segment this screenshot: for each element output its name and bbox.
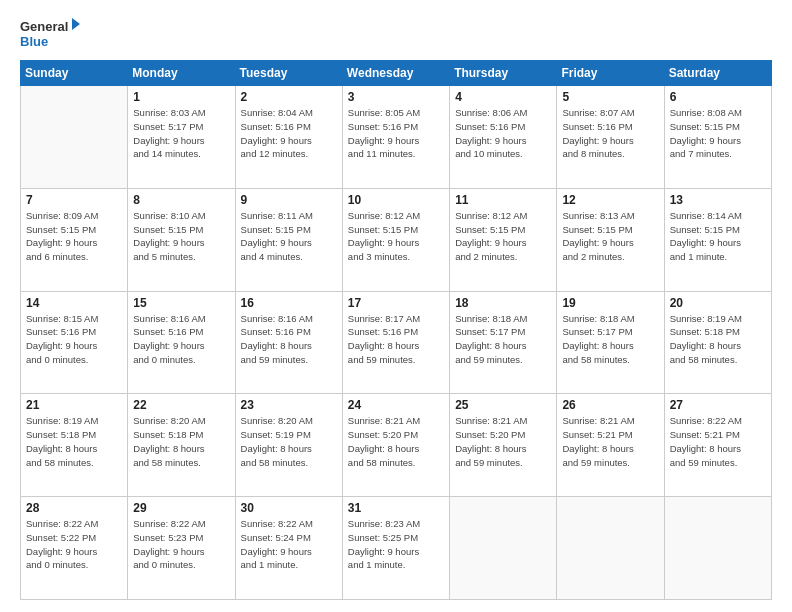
header-friday: Friday — [557, 61, 664, 86]
day-info: Sunrise: 8:19 AMSunset: 5:18 PMDaylight:… — [670, 312, 766, 367]
day-number: 22 — [133, 398, 229, 412]
week-row-2: 14Sunrise: 8:15 AMSunset: 5:16 PMDayligh… — [21, 291, 772, 394]
day-number: 12 — [562, 193, 658, 207]
day-cell: 24Sunrise: 8:21 AMSunset: 5:20 PMDayligh… — [342, 394, 449, 497]
day-info: Sunrise: 8:16 AMSunset: 5:16 PMDaylight:… — [133, 312, 229, 367]
day-info: Sunrise: 8:22 AMSunset: 5:22 PMDaylight:… — [26, 517, 122, 572]
svg-text:Blue: Blue — [20, 34, 48, 49]
calendar-table: SundayMondayTuesdayWednesdayThursdayFrid… — [20, 60, 772, 600]
day-cell: 12Sunrise: 8:13 AMSunset: 5:15 PMDayligh… — [557, 188, 664, 291]
day-cell: 2Sunrise: 8:04 AMSunset: 5:16 PMDaylight… — [235, 86, 342, 189]
day-cell: 6Sunrise: 8:08 AMSunset: 5:15 PMDaylight… — [664, 86, 771, 189]
day-cell: 26Sunrise: 8:21 AMSunset: 5:21 PMDayligh… — [557, 394, 664, 497]
svg-text:General: General — [20, 19, 68, 34]
day-number: 16 — [241, 296, 337, 310]
day-number: 30 — [241, 501, 337, 515]
day-cell: 17Sunrise: 8:17 AMSunset: 5:16 PMDayligh… — [342, 291, 449, 394]
day-number: 1 — [133, 90, 229, 104]
day-cell: 27Sunrise: 8:22 AMSunset: 5:21 PMDayligh… — [664, 394, 771, 497]
day-cell — [450, 497, 557, 600]
header-wednesday: Wednesday — [342, 61, 449, 86]
day-number: 23 — [241, 398, 337, 412]
day-cell: 31Sunrise: 8:23 AMSunset: 5:25 PMDayligh… — [342, 497, 449, 600]
week-row-3: 21Sunrise: 8:19 AMSunset: 5:18 PMDayligh… — [21, 394, 772, 497]
day-number: 31 — [348, 501, 444, 515]
day-number: 13 — [670, 193, 766, 207]
logo: General Blue — [20, 16, 80, 52]
day-info: Sunrise: 8:21 AMSunset: 5:21 PMDaylight:… — [562, 414, 658, 469]
day-info: Sunrise: 8:16 AMSunset: 5:16 PMDaylight:… — [241, 312, 337, 367]
day-cell: 7Sunrise: 8:09 AMSunset: 5:15 PMDaylight… — [21, 188, 128, 291]
day-cell: 9Sunrise: 8:11 AMSunset: 5:15 PMDaylight… — [235, 188, 342, 291]
day-number: 2 — [241, 90, 337, 104]
day-info: Sunrise: 8:18 AMSunset: 5:17 PMDaylight:… — [562, 312, 658, 367]
day-cell: 1Sunrise: 8:03 AMSunset: 5:17 PMDaylight… — [128, 86, 235, 189]
day-info: Sunrise: 8:12 AMSunset: 5:15 PMDaylight:… — [348, 209, 444, 264]
day-info: Sunrise: 8:07 AMSunset: 5:16 PMDaylight:… — [562, 106, 658, 161]
day-number: 4 — [455, 90, 551, 104]
day-info: Sunrise: 8:08 AMSunset: 5:15 PMDaylight:… — [670, 106, 766, 161]
day-cell: 15Sunrise: 8:16 AMSunset: 5:16 PMDayligh… — [128, 291, 235, 394]
day-number: 5 — [562, 90, 658, 104]
day-cell: 18Sunrise: 8:18 AMSunset: 5:17 PMDayligh… — [450, 291, 557, 394]
day-number: 26 — [562, 398, 658, 412]
day-info: Sunrise: 8:21 AMSunset: 5:20 PMDaylight:… — [348, 414, 444, 469]
day-info: Sunrise: 8:10 AMSunset: 5:15 PMDaylight:… — [133, 209, 229, 264]
day-cell: 11Sunrise: 8:12 AMSunset: 5:15 PMDayligh… — [450, 188, 557, 291]
day-cell — [664, 497, 771, 600]
day-number: 27 — [670, 398, 766, 412]
header-saturday: Saturday — [664, 61, 771, 86]
day-cell: 22Sunrise: 8:20 AMSunset: 5:18 PMDayligh… — [128, 394, 235, 497]
day-number: 7 — [26, 193, 122, 207]
day-info: Sunrise: 8:17 AMSunset: 5:16 PMDaylight:… — [348, 312, 444, 367]
day-number: 10 — [348, 193, 444, 207]
day-number: 20 — [670, 296, 766, 310]
day-info: Sunrise: 8:11 AMSunset: 5:15 PMDaylight:… — [241, 209, 337, 264]
logo-svg: General Blue — [20, 16, 80, 52]
header-tuesday: Tuesday — [235, 61, 342, 86]
day-info: Sunrise: 8:03 AMSunset: 5:17 PMDaylight:… — [133, 106, 229, 161]
day-number: 29 — [133, 501, 229, 515]
day-info: Sunrise: 8:23 AMSunset: 5:25 PMDaylight:… — [348, 517, 444, 572]
svg-marker-2 — [72, 18, 80, 30]
day-cell: 10Sunrise: 8:12 AMSunset: 5:15 PMDayligh… — [342, 188, 449, 291]
day-info: Sunrise: 8:05 AMSunset: 5:16 PMDaylight:… — [348, 106, 444, 161]
day-info: Sunrise: 8:22 AMSunset: 5:21 PMDaylight:… — [670, 414, 766, 469]
day-cell: 29Sunrise: 8:22 AMSunset: 5:23 PMDayligh… — [128, 497, 235, 600]
day-info: Sunrise: 8:09 AMSunset: 5:15 PMDaylight:… — [26, 209, 122, 264]
day-info: Sunrise: 8:12 AMSunset: 5:15 PMDaylight:… — [455, 209, 551, 264]
day-number: 11 — [455, 193, 551, 207]
day-info: Sunrise: 8:14 AMSunset: 5:15 PMDaylight:… — [670, 209, 766, 264]
day-cell: 13Sunrise: 8:14 AMSunset: 5:15 PMDayligh… — [664, 188, 771, 291]
day-cell: 4Sunrise: 8:06 AMSunset: 5:16 PMDaylight… — [450, 86, 557, 189]
day-info: Sunrise: 8:13 AMSunset: 5:15 PMDaylight:… — [562, 209, 658, 264]
day-cell: 20Sunrise: 8:19 AMSunset: 5:18 PMDayligh… — [664, 291, 771, 394]
day-info: Sunrise: 8:04 AMSunset: 5:16 PMDaylight:… — [241, 106, 337, 161]
day-number: 24 — [348, 398, 444, 412]
day-cell — [21, 86, 128, 189]
day-number: 21 — [26, 398, 122, 412]
day-number: 6 — [670, 90, 766, 104]
header-thursday: Thursday — [450, 61, 557, 86]
day-cell: 30Sunrise: 8:22 AMSunset: 5:24 PMDayligh… — [235, 497, 342, 600]
day-number: 28 — [26, 501, 122, 515]
header-monday: Monday — [128, 61, 235, 86]
day-number: 25 — [455, 398, 551, 412]
day-number: 3 — [348, 90, 444, 104]
day-number: 9 — [241, 193, 337, 207]
day-cell: 5Sunrise: 8:07 AMSunset: 5:16 PMDaylight… — [557, 86, 664, 189]
week-row-4: 28Sunrise: 8:22 AMSunset: 5:22 PMDayligh… — [21, 497, 772, 600]
day-cell: 3Sunrise: 8:05 AMSunset: 5:16 PMDaylight… — [342, 86, 449, 189]
day-cell: 16Sunrise: 8:16 AMSunset: 5:16 PMDayligh… — [235, 291, 342, 394]
day-info: Sunrise: 8:22 AMSunset: 5:24 PMDaylight:… — [241, 517, 337, 572]
day-info: Sunrise: 8:21 AMSunset: 5:20 PMDaylight:… — [455, 414, 551, 469]
day-cell: 28Sunrise: 8:22 AMSunset: 5:22 PMDayligh… — [21, 497, 128, 600]
day-number: 8 — [133, 193, 229, 207]
week-row-1: 7Sunrise: 8:09 AMSunset: 5:15 PMDaylight… — [21, 188, 772, 291]
day-cell: 14Sunrise: 8:15 AMSunset: 5:16 PMDayligh… — [21, 291, 128, 394]
day-cell: 21Sunrise: 8:19 AMSunset: 5:18 PMDayligh… — [21, 394, 128, 497]
header: General Blue — [20, 16, 772, 52]
week-row-0: 1Sunrise: 8:03 AMSunset: 5:17 PMDaylight… — [21, 86, 772, 189]
day-info: Sunrise: 8:15 AMSunset: 5:16 PMDaylight:… — [26, 312, 122, 367]
day-number: 14 — [26, 296, 122, 310]
